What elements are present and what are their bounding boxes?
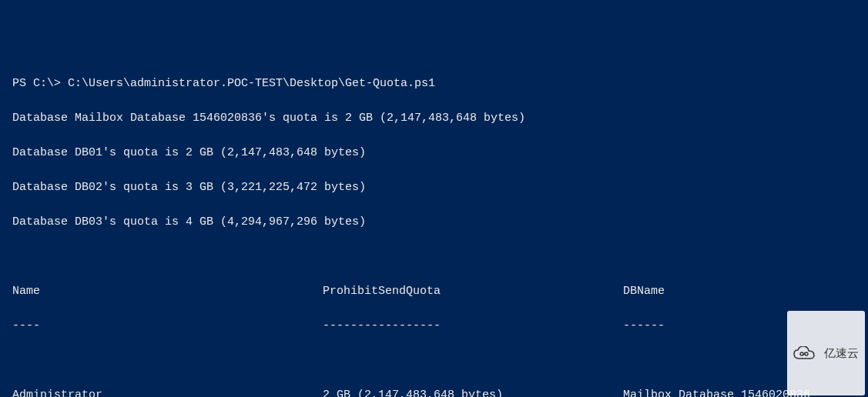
underline-db: ------ (623, 318, 665, 335)
db-output-line: Database DB03's quota is 4 GB (4,294,967… (12, 214, 868, 232)
table-underline-row: --------------------------- (12, 318, 868, 335)
prompt-line[interactable]: PS C:\> C:\Users\administrator.POC-TEST\… (12, 75, 868, 93)
ps-prompt: PS C:\> (12, 77, 68, 90)
db-output-line: Database DB01's quota is 2 GB (2,147,483… (12, 145, 868, 162)
db-output-line: Database DB02's quota is 3 GB (3,221,225… (12, 179, 868, 197)
db-output-line: Database Mailbox Database 1546020836's q… (12, 110, 868, 128)
header-db: DBName (623, 283, 665, 301)
blank-line (12, 249, 868, 266)
table-row: Administrator2 GB (2,147,483,648 bytes)M… (12, 387, 868, 397)
cell-db: Mailbox Database 1546020836 (623, 387, 810, 397)
underline-quota: ----------------- (323, 318, 623, 335)
cell-quota: 2 GB (2,147,483,648 bytes) (323, 387, 623, 397)
command-text: C:\Users\administrator.POC-TEST\Desktop\… (68, 77, 435, 90)
header-name: Name (12, 283, 323, 301)
cell-name: Administrator (12, 387, 323, 397)
cloud-icon (793, 312, 821, 395)
header-quota: ProhibitSendQuota (323, 283, 623, 301)
blank-line (12, 352, 868, 370)
watermark-text: 亿速云 (824, 345, 859, 362)
watermark: 亿速云 (787, 311, 865, 395)
underline-name: ---- (12, 318, 323, 335)
table-header-row: NameProhibitSendQuotaDBName (12, 283, 868, 301)
